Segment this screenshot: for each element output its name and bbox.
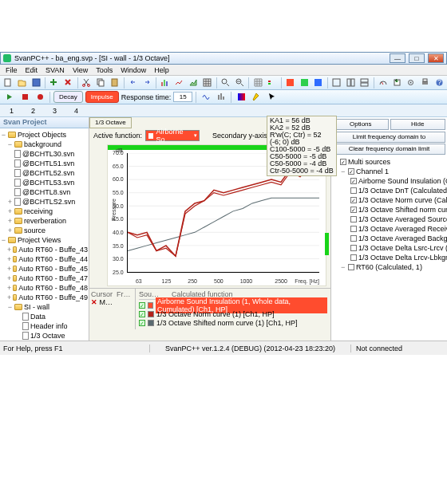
menu-help[interactable]: Help — [151, 65, 172, 75]
channel-tree-item[interactable]: −Channel 1 — [333, 167, 445, 176]
grid-icon[interactable] — [251, 77, 264, 89]
tree-item[interactable]: −Project Views — [1, 235, 88, 245]
channel-tree-item[interactable]: 1/3 Octave Averaged Receiving room (Ca — [333, 224, 445, 234]
tree-item[interactable]: +receiving — [1, 207, 88, 216]
impulse-button[interactable]: Impulse — [85, 91, 119, 103]
record-icon[interactable] — [34, 91, 46, 103]
gauge-icon[interactable] — [377, 77, 390, 89]
checkbox-icon[interactable] — [350, 197, 357, 203]
active-function-dropdown[interactable]: Airborne So — [145, 130, 200, 141]
chart-area-icon[interactable] — [187, 77, 200, 89]
open-icon[interactable] — [16, 77, 29, 89]
new-icon[interactable] — [2, 77, 14, 89]
view-index-3[interactable]: 3 — [48, 105, 61, 116]
channel-tree-item[interactable]: 1/3 Octave Shifted norm curve (Calculate… — [333, 205, 445, 215]
play-icon[interactable] — [3, 91, 16, 103]
menu-tools[interactable]: Tools — [93, 65, 116, 75]
menu-view[interactable]: View — [69, 65, 91, 75]
channel-tree-item[interactable]: −RT60 (Calculated, 1) — [333, 262, 445, 272]
menu-svan[interactable]: SVAN — [42, 65, 68, 75]
zoom-out-icon[interactable] — [233, 77, 246, 89]
tree-item[interactable]: +Auto RT60 - Buffe_47 — [1, 274, 88, 283]
legend-icon[interactable] — [266, 77, 279, 89]
tree-item[interactable]: +@BCHTLS2.svn — [1, 197, 88, 207]
response-time-input[interactable] — [173, 92, 192, 102]
hide-button[interactable]: Hide — [390, 119, 446, 130]
chart-line-icon[interactable] — [173, 77, 186, 89]
view-index-4[interactable]: 4 — [69, 105, 83, 116]
marker-icon[interactable] — [250, 91, 263, 103]
checkbox-icon[interactable] — [350, 207, 357, 213]
clear-domain-button[interactable]: Clear frequency domain limit — [333, 144, 445, 155]
checkbox-icon[interactable] — [340, 159, 346, 165]
tree-item[interactable]: @BCHTL53.svn — [1, 178, 88, 187]
tree-item[interactable]: +Auto RT60 - Buffe_49 — [1, 293, 88, 302]
tree-item[interactable]: −SI - wall — [1, 302, 88, 312]
color-green-icon[interactable] — [298, 77, 311, 89]
function-row[interactable]: ✓Airborne Sound Insulation (1, Whole dat… — [139, 301, 327, 309]
maximize-button[interactable]: □ — [409, 53, 425, 63]
settings-icon[interactable] — [405, 77, 417, 89]
channel-tree-item[interactable]: 1/3 Octave Averaged Source room (Calc — [333, 215, 445, 224]
save-icon[interactable] — [30, 77, 42, 89]
table-icon[interactable] — [201, 77, 214, 89]
layout2-icon[interactable] — [344, 77, 357, 89]
menu-window[interactable]: Window — [117, 65, 149, 75]
checkbox-icon[interactable] — [350, 187, 357, 194]
channel-tree-item[interactable]: 1/3 Octave DnT (Calculated, 1) — [333, 186, 445, 195]
tree-item[interactable]: −background — [1, 140, 88, 149]
menu-file[interactable]: File — [2, 65, 21, 75]
chart-bar-icon[interactable] — [159, 77, 172, 89]
checkbox-icon[interactable] — [350, 178, 357, 184]
chart-tab-title[interactable]: 1/3 Octave — [89, 117, 132, 128]
tree-item[interactable]: −Project Objects — [1, 130, 88, 140]
decay-button[interactable]: Decay — [53, 91, 83, 103]
cut-icon[interactable] — [80, 77, 93, 89]
layout1-icon[interactable] — [330, 77, 343, 89]
checkbox-icon[interactable] — [348, 264, 354, 270]
add-icon[interactable] — [48, 77, 61, 89]
tree-item[interactable]: +Auto RT60 - Buffe_45 — [1, 264, 88, 274]
color-red-icon[interactable] — [284, 77, 297, 89]
tree-item[interactable]: @BCHTL51.svn — [1, 159, 88, 168]
limit-domain-button[interactable]: Limit frequency domain to — [333, 132, 445, 143]
checkbox-icon[interactable] — [350, 226, 357, 232]
remove-icon[interactable] — [62, 77, 75, 89]
stop-icon[interactable] — [18, 91, 31, 103]
checkbox-icon[interactable] — [350, 216, 357, 222]
paste-icon[interactable] — [109, 77, 121, 89]
tree-item[interactable]: +Auto RT60 - Buffe_48 — [1, 283, 88, 293]
signal-icon[interactable] — [200, 91, 212, 103]
tree-item[interactable]: @BCHTL8.svn — [1, 187, 88, 197]
tree-item[interactable]: +Auto RT60 - Buffe_44 — [1, 254, 88, 264]
channel-tree-item[interactable]: 1/3 Octave Norm curve (Calculated, 1) — [333, 195, 445, 205]
channel-tree-item[interactable]: Airborne Sound Insulation (Calculated, 1… — [333, 176, 445, 186]
menu-edit[interactable]: Edit — [22, 65, 42, 75]
close-button[interactable]: ✕ — [428, 53, 444, 63]
tree-item[interactable]: Data — [1, 312, 88, 321]
copy-icon[interactable] — [94, 77, 107, 89]
redo-icon[interactable] — [140, 77, 153, 89]
cursor-icon[interactable] — [265, 91, 278, 103]
help-icon[interactable]: ? — [433, 77, 446, 89]
channel-tree-item[interactable]: 1/3 Octave Averaged Background noise (C — [333, 234, 445, 243]
tree-item[interactable]: @BCHTL52.svn — [1, 168, 88, 178]
delete-cursor-icon[interactable]: ✕ — [91, 298, 97, 306]
tree-item[interactable]: @BCHTL30.svn — [1, 149, 88, 159]
tree-item[interactable]: +source — [1, 226, 88, 235]
undo-icon[interactable] — [127, 77, 140, 89]
function-row[interactable]: ✓1/3 Octave Shifted norm curve (1) [Ch1,… — [139, 318, 327, 327]
export-icon[interactable] — [390, 77, 403, 89]
view-index-2[interactable]: 2 — [26, 105, 40, 116]
checkbox-icon[interactable] — [350, 245, 357, 251]
zoom-in-icon[interactable] — [220, 77, 232, 89]
tree-item[interactable]: 1/3 Octave — [1, 331, 88, 341]
spectrum-icon[interactable] — [215, 91, 227, 103]
checkbox-icon[interactable] — [350, 235, 357, 242]
checkbox-icon[interactable] — [350, 254, 357, 261]
tree-item[interactable]: +reverberation — [1, 216, 88, 226]
tree-item[interactable]: Header info — [1, 321, 88, 331]
channel-tree-item[interactable]: 1/3 Octave Delta Lsrc-Lrcv (Calculated, — [333, 243, 445, 253]
minimize-button[interactable]: — — [390, 53, 405, 63]
color-blue-icon[interactable] — [312, 77, 325, 89]
